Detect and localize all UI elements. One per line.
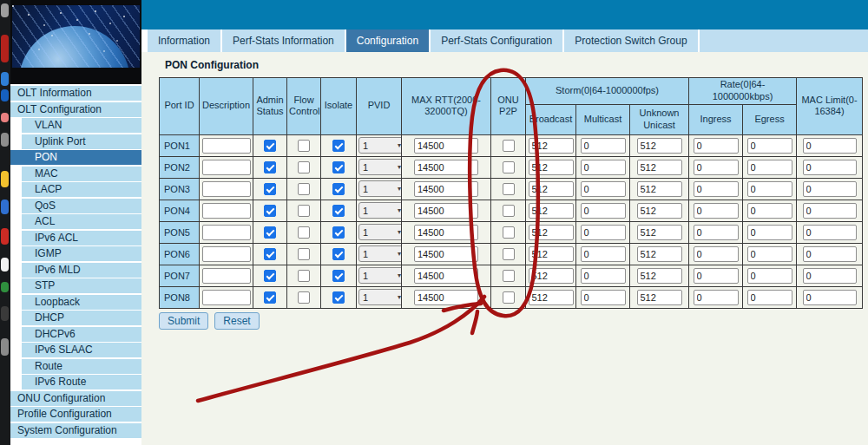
pvid-select[interactable]: 1▾ [358, 137, 405, 154]
isolate-checkbox[interactable] [332, 291, 345, 304]
admin-status-checkbox[interactable] [264, 140, 276, 152]
taskbar-icon-12[interactable] [1, 306, 9, 321]
description-input[interactable] [202, 181, 251, 197]
taskbar-icon-2[interactable] [1, 35, 9, 62]
isolate-checkbox[interactable] [332, 183, 345, 195]
onu-p2p-checkbox[interactable] [503, 161, 515, 173]
submit-button[interactable]: Submit [159, 312, 208, 330]
broadcast-input[interactable] [529, 138, 574, 154]
onu-p2p-checkbox[interactable] [503, 140, 515, 152]
pvid-select[interactable]: 1▾ [358, 289, 405, 305]
egress-input[interactable] [747, 160, 792, 175]
tab-perf-stats-information[interactable]: Perf-Stats Information [222, 29, 345, 52]
admin-status-checkbox[interactable] [264, 291, 276, 304]
egress-input[interactable] [747, 203, 792, 219]
sidebar-item-ipv6-mld[interactable]: IPv6 MLD [22, 263, 141, 278]
admin-status-checkbox[interactable] [264, 226, 276, 239]
unknown-unicast-input[interactable] [637, 246, 682, 262]
description-input[interactable] [202, 138, 251, 154]
isolate-checkbox[interactable] [332, 205, 345, 217]
sidebar-item-pon[interactable]: PON [10, 150, 141, 165]
description-input[interactable] [202, 268, 251, 284]
max-rtt-input[interactable] [414, 246, 478, 262]
broadcast-input[interactable] [529, 290, 574, 305]
broadcast-input[interactable] [529, 160, 574, 175]
ingress-input[interactable] [694, 290, 739, 305]
admin-status-checkbox[interactable] [264, 270, 276, 282]
broadcast-input[interactable] [529, 268, 574, 284]
unknown-unicast-input[interactable] [637, 203, 682, 219]
taskbar-icon-8[interactable] [1, 200, 9, 214]
sidebar-item-system-configuration[interactable]: System Configuration [10, 423, 141, 438]
sidebar-item-igmp[interactable]: IGMP [22, 246, 141, 261]
tab-protection-switch-group[interactable]: Protection Switch Group [564, 29, 697, 52]
description-input[interactable] [202, 246, 251, 262]
sidebar-item-ipv6-route[interactable]: IPv6 Route [22, 375, 141, 389]
admin-status-checkbox[interactable] [264, 161, 276, 173]
isolate-checkbox[interactable] [332, 248, 345, 260]
taskbar-icon-11[interactable] [1, 282, 9, 292]
sidebar-item-stp[interactable]: STP [22, 278, 141, 293]
taskbar-icon-9[interactable] [1, 228, 9, 245]
mac-limit-input[interactable] [803, 290, 857, 305]
multicast-input[interactable] [581, 290, 626, 305]
ingress-input[interactable] [694, 160, 739, 175]
pvid-select[interactable]: 1▾ [358, 202, 405, 219]
pvid-select[interactable]: 1▾ [358, 159, 405, 175]
sidebar-item-olt-information[interactable]: OLT Information [10, 86, 141, 101]
isolate-checkbox[interactable] [332, 226, 345, 239]
mac-limit-input[interactable] [803, 138, 857, 154]
mac-limit-input[interactable] [803, 160, 857, 175]
taskbar-icon-6[interactable] [1, 133, 9, 147]
description-input[interactable] [202, 160, 251, 175]
admin-status-checkbox[interactable] [264, 205, 276, 217]
sidebar-item-onu-configuration[interactable]: ONU Configuration [10, 391, 141, 406]
mac-limit-input[interactable] [803, 203, 857, 219]
max-rtt-input[interactable] [414, 225, 478, 240]
unknown-unicast-input[interactable] [637, 268, 682, 284]
egress-input[interactable] [747, 268, 792, 284]
admin-status-checkbox[interactable] [264, 183, 276, 195]
flow-control-checkbox[interactable] [298, 161, 310, 173]
multicast-input[interactable] [581, 181, 626, 197]
ingress-input[interactable] [694, 225, 739, 240]
max-rtt-input[interactable] [414, 203, 478, 219]
pvid-select[interactable]: 1▾ [358, 224, 405, 240]
taskbar-icon-4[interactable] [1, 89, 9, 101]
taskbar-icon-3[interactable] [1, 72, 9, 86]
description-input[interactable] [202, 290, 251, 305]
sidebar-item-qos[interactable]: QoS [22, 199, 141, 213]
unknown-unicast-input[interactable] [637, 225, 682, 240]
multicast-input[interactable] [581, 203, 626, 219]
egress-input[interactable] [747, 138, 792, 154]
ingress-input[interactable] [694, 268, 739, 284]
max-rtt-input[interactable] [414, 268, 478, 284]
onu-p2p-checkbox[interactable] [503, 226, 515, 239]
taskbar-icon-5[interactable] [1, 113, 9, 122]
egress-input[interactable] [747, 181, 792, 197]
tab-information[interactable]: Information [148, 29, 220, 52]
ingress-input[interactable] [694, 138, 739, 154]
sidebar-item-loopback[interactable]: Loopback [22, 295, 141, 310]
flow-control-checkbox[interactable] [298, 205, 310, 217]
egress-input[interactable] [747, 225, 792, 240]
taskbar-icon-1[interactable] [1, 3, 9, 17]
isolate-checkbox[interactable] [332, 140, 345, 152]
multicast-input[interactable] [581, 268, 626, 284]
sidebar-item-lacp[interactable]: LACP [22, 182, 141, 197]
pvid-select[interactable]: 1▾ [358, 267, 405, 284]
taskbar-icon-13[interactable] [1, 338, 9, 356]
mac-limit-input[interactable] [803, 246, 857, 262]
isolate-checkbox[interactable] [332, 270, 345, 282]
flow-control-checkbox[interactable] [298, 226, 310, 239]
taskbar-icon-7[interactable] [1, 171, 9, 187]
onu-p2p-checkbox[interactable] [503, 270, 515, 282]
reset-button[interactable]: Reset [214, 312, 259, 330]
max-rtt-input[interactable] [414, 160, 478, 175]
egress-input[interactable] [747, 290, 792, 305]
sidebar-item-dhcp[interactable]: DHCP [22, 311, 141, 325]
flow-control-checkbox[interactable] [298, 183, 310, 195]
unknown-unicast-input[interactable] [637, 138, 682, 154]
sidebar-item-ipv6-slaac[interactable]: IPv6 SLAAC [22, 343, 141, 357]
tab-perf-stats-configuration[interactable]: Perf-Stats Configuration [431, 29, 562, 52]
